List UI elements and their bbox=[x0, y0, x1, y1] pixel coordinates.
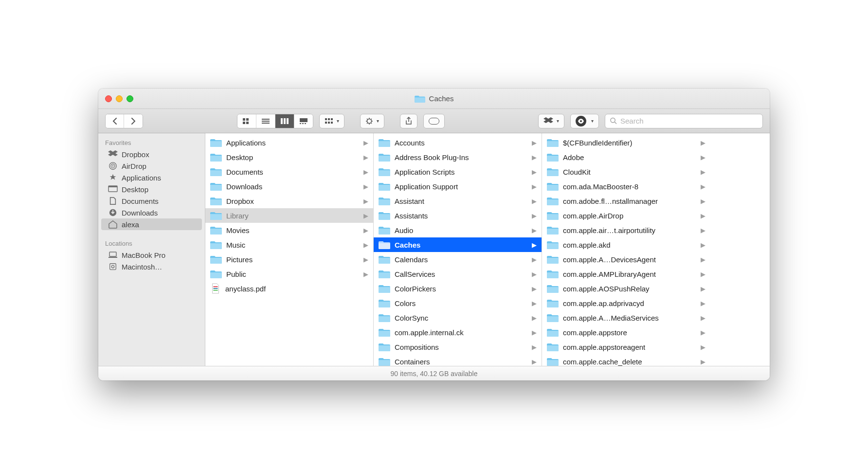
sidebar-item-documents[interactable]: Documents bbox=[98, 195, 205, 207]
search-input[interactable] bbox=[620, 117, 758, 125]
file-label: Assistant bbox=[395, 197, 424, 205]
file-row[interactable]: com.adobe.fl…nstallmanager▶ bbox=[542, 194, 710, 208]
icon-view-button[interactable] bbox=[237, 114, 256, 128]
file-row[interactable]: com.apple.appstore▶ bbox=[542, 325, 710, 340]
file-row[interactable]: ColorPickers▶ bbox=[374, 281, 542, 296]
file-row[interactable]: Applications▶ bbox=[205, 135, 373, 150]
forward-button[interactable] bbox=[124, 114, 143, 128]
file-row[interactable]: com.apple.internal.ck▶ bbox=[374, 325, 542, 340]
svg-rect-33 bbox=[213, 286, 217, 287]
sidebar-item-alexa[interactable]: alexa bbox=[101, 218, 202, 230]
svg-rect-7 bbox=[281, 118, 283, 124]
chevron-right-icon: ▶ bbox=[701, 139, 705, 146]
svg-rect-16 bbox=[331, 118, 333, 120]
gallery-view-button[interactable] bbox=[294, 114, 313, 128]
file-row[interactable]: Desktop▶ bbox=[205, 150, 373, 164]
sidebar-item-dropbox[interactable]: Dropbox bbox=[98, 148, 205, 160]
file-row[interactable]: Accounts▶ bbox=[374, 135, 542, 150]
file-row[interactable]: Audio▶ bbox=[374, 223, 542, 237]
file-row[interactable]: Downloads▶ bbox=[205, 179, 373, 194]
column-view-button[interactable] bbox=[275, 114, 294, 128]
file-row[interactable]: Assistant▶ bbox=[374, 194, 542, 208]
titlebar: Caches bbox=[98, 89, 770, 109]
search-field[interactable] bbox=[605, 114, 763, 128]
svg-rect-30 bbox=[108, 257, 117, 258]
svg-point-25 bbox=[112, 165, 114, 167]
share-button[interactable] bbox=[400, 114, 417, 128]
sidebar-heading: Favorites bbox=[98, 136, 205, 148]
file-row[interactable]: Application Scripts▶ bbox=[374, 164, 542, 179]
tag-icon bbox=[429, 118, 439, 125]
sidebar-item-macbook-pro[interactable]: MacBook Pro bbox=[98, 249, 205, 261]
minimize-button[interactable] bbox=[116, 95, 123, 102]
file-row[interactable]: Colors▶ bbox=[374, 296, 542, 310]
svg-rect-17 bbox=[325, 122, 327, 124]
column-1: Accounts▶Address Book Plug-Ins▶Applicati… bbox=[374, 133, 542, 366]
file-row[interactable]: CloudKit▶ bbox=[542, 164, 710, 179]
sidebar-item-applications[interactable]: Applications bbox=[98, 172, 205, 183]
file-row[interactable]: Movies▶ bbox=[205, 223, 373, 237]
file-row[interactable]: com.apple.akd▶ bbox=[542, 237, 710, 252]
search-icon bbox=[610, 117, 617, 125]
file-row[interactable]: Music▶ bbox=[205, 237, 373, 252]
sidebar-item-label: Macintosh… bbox=[122, 263, 162, 271]
chevron-right-icon: ▶ bbox=[701, 329, 705, 336]
sidebar-item-downloads[interactable]: Downloads bbox=[98, 207, 205, 218]
group-button[interactable]: ▾ bbox=[319, 114, 344, 128]
sidebar-item-airdrop[interactable]: AirDrop bbox=[98, 160, 205, 172]
list-view-button[interactable] bbox=[256, 114, 275, 128]
file-row[interactable]: Calendars▶ bbox=[374, 252, 542, 267]
file-row[interactable]: Library▶ bbox=[205, 208, 373, 223]
sidebar-item-desktop[interactable]: Desktop bbox=[98, 183, 205, 195]
file-row[interactable]: com.apple.AirDrop▶ bbox=[542, 208, 710, 223]
file-row[interactable]: com.apple.A…MediaServices▶ bbox=[542, 310, 710, 325]
file-row[interactable]: anyclass.pdf bbox=[205, 281, 373, 296]
sidebar: FavoritesDropboxAirDropApplicationsDeskt… bbox=[98, 133, 205, 366]
back-button[interactable] bbox=[106, 114, 124, 128]
file-row[interactable]: Dropbox▶ bbox=[205, 194, 373, 208]
chevron-right-icon: ▶ bbox=[532, 168, 537, 176]
file-row[interactable]: Caches▶ bbox=[374, 237, 542, 252]
dropbox-button[interactable]: ▾ bbox=[538, 114, 564, 128]
chevron-right-icon: ▶ bbox=[701, 271, 705, 278]
status-text: 90 items, 40.12 GB available bbox=[391, 370, 478, 378]
chevron-right-icon: ▶ bbox=[701, 285, 705, 292]
file-row[interactable]: Containers▶ bbox=[374, 354, 542, 366]
close-button[interactable] bbox=[105, 95, 112, 102]
file-row[interactable]: Public▶ bbox=[205, 267, 373, 281]
file-row[interactable]: com.apple.AMPLibraryAgent▶ bbox=[542, 267, 710, 281]
chevron-right-icon: ▶ bbox=[363, 241, 368, 249]
file-row[interactable]: Compositions▶ bbox=[374, 340, 542, 354]
file-row[interactable]: com.apple.AOSPushRelay▶ bbox=[542, 281, 710, 296]
tags-button[interactable] bbox=[423, 114, 445, 128]
file-row[interactable]: com.apple.air…t.airportutility▶ bbox=[542, 223, 710, 237]
sidebar-item-macintosh-[interactable]: Macintosh… bbox=[98, 261, 205, 272]
file-row[interactable]: CallServices▶ bbox=[374, 267, 542, 281]
window-title: Caches bbox=[98, 94, 770, 103]
action-button[interactable]: ▾ bbox=[360, 114, 384, 128]
file-row[interactable]: com.apple.ap.adprivacyd▶ bbox=[542, 296, 710, 310]
svg-rect-34 bbox=[213, 288, 217, 289]
chevron-right-icon: ▶ bbox=[701, 300, 705, 307]
file-label: Compositions bbox=[395, 343, 439, 351]
chevron-down-icon: ▾ bbox=[557, 118, 559, 124]
chevron-right-icon: ▶ bbox=[363, 198, 368, 205]
chevron-right-icon: ▶ bbox=[532, 212, 537, 219]
file-row[interactable]: Adobe▶ bbox=[542, 150, 710, 164]
file-row[interactable]: Pictures▶ bbox=[205, 252, 373, 267]
file-row[interactable]: $(CFBundleIdentifier)▶ bbox=[542, 135, 710, 150]
svg-point-32 bbox=[111, 265, 114, 268]
finder-window: Caches ▾ ▾ bbox=[98, 89, 770, 380]
file-row[interactable]: com.apple.cache_delete▶ bbox=[542, 354, 710, 366]
file-label: com.apple.AirDrop bbox=[563, 212, 623, 220]
zoom-button[interactable] bbox=[127, 95, 133, 102]
file-row[interactable]: Address Book Plug-Ins▶ bbox=[374, 150, 542, 164]
extension-button[interactable]: ▾ bbox=[570, 114, 599, 128]
file-row[interactable]: Application Support▶ bbox=[374, 179, 542, 194]
file-row[interactable]: Documents▶ bbox=[205, 164, 373, 179]
file-row[interactable]: ColorSync▶ bbox=[374, 310, 542, 325]
file-row[interactable]: com.apple.A…DevicesAgent▶ bbox=[542, 252, 710, 267]
file-row[interactable]: com.apple.appstoreagent▶ bbox=[542, 340, 710, 354]
file-row[interactable]: com.ada.MacBooster-8▶ bbox=[542, 179, 710, 194]
file-row[interactable]: Assistants▶ bbox=[374, 208, 542, 223]
